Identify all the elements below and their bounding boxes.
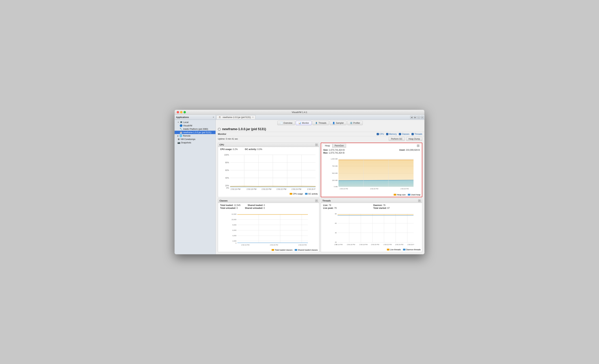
svg-text:100%: 100% <box>224 154 229 156</box>
svg-text:500 MB: 500 MB <box>332 172 338 174</box>
uptime-label: Uptime: <box>218 138 225 140</box>
folder-icon-snapshots: 📷 <box>177 141 180 144</box>
daemon-threads-legend-color <box>403 249 405 250</box>
minimize-button[interactable] <box>180 111 183 113</box>
svg-text:60: 60 <box>335 222 337 224</box>
cpu-panel-stats: CPU usage: 0.2% GC activity: 0.0% <box>218 147 319 152</box>
svg-text:1,000 MB: 1,000 MB <box>331 158 338 160</box>
classes-panel-close[interactable]: ✕ <box>315 200 318 202</box>
threads-legend-live: Live threads <box>387 249 401 251</box>
threads-chart-legend: Live threads Daemon threads <box>321 248 422 251</box>
tab-close-btn[interactable]: ✕ <box>252 116 254 118</box>
checkbox-cpu[interactable]: ✓ CPU <box>377 133 384 135</box>
tab-overview[interactable]: 📄 Overview <box>277 121 295 125</box>
window-title: VisualVM 1.4.1 <box>292 111 307 114</box>
shared-loaded-value: 0 <box>264 204 265 206</box>
cpu-usage-stat: CPU usage: 0.2% <box>220 148 238 151</box>
classes-stats-row2: Total unloaded: 0 Shared unloaded: 0 <box>220 207 317 209</box>
total-started-value: 87 <box>387 207 389 209</box>
memory-panel: Heap PermGen ✕ Size: 1,073,741,824 B <box>321 143 422 197</box>
svg-text:2:50:24 PM: 2:50:24 PM <box>291 188 301 190</box>
threads-chart-area: 80 60 40 20 0 <box>321 210 422 248</box>
live-value: 79 <box>329 204 331 206</box>
shared-classes-legend-color <box>295 249 297 251</box>
memory-tab-permgen[interactable]: PermGen <box>332 144 346 148</box>
main-tab[interactable]: ☕ newframe-1.0.0.jar (pid 5131) ✕ <box>216 115 255 119</box>
tab-threads[interactable]: 🧵 Threads <box>312 121 329 125</box>
gc-legend-color <box>305 193 308 195</box>
memory-chart: 1,000 MB 750 MB 500 MB 250 MB 0 MB 2:50:… <box>323 156 421 192</box>
main-window: VisualVM 1.4.1 Applications ✕ ▼ 💻 Local … <box>174 110 425 254</box>
folder-icon-vmcoredumps: 🖥 <box>177 138 180 141</box>
close-button[interactable] <box>177 111 179 113</box>
sidebar-item-visualvm[interactable]: 🔵 VisualVM <box>175 124 216 127</box>
threads-checkbox-icon[interactable]: ✓ <box>412 133 414 135</box>
daemon-label: Daemon: <box>373 204 382 206</box>
uptime-bar: Uptime: 0 min 41 sec Perform GC Heap Dum… <box>216 136 424 142</box>
svg-text:2:50:26 P: 2:50:26 P <box>307 188 315 190</box>
memory-used-stat: Used: 233,099,928 B <box>399 149 420 151</box>
threads-panel-close[interactable]: ✕ <box>418 200 421 202</box>
sidebar-label-local: Local <box>183 121 189 124</box>
tab-sampler[interactable]: 👤 Sampler <box>330 121 346 125</box>
shared-loaded-stat: Shared loaded: 0 <box>248 204 265 206</box>
cpu-chart: 100% 80% 60% 40% 20% 0% <box>220 153 318 191</box>
threads-label: Threads <box>318 122 326 124</box>
live-threads-legend-label: Live threads <box>390 249 401 251</box>
svg-text:2:50:18 PM: 2:50:18 PM <box>247 188 256 190</box>
memory-panel-close[interactable]: ✕ <box>417 144 419 147</box>
svg-text:2:50:22 PM: 2:50:22 PM <box>383 244 392 246</box>
classes-panel-stats: Total loaded: 12,545 Shared loaded: 0 <box>218 203 319 211</box>
tree-arrow-local: ▼ <box>177 121 179 123</box>
sidebar-item-remote[interactable]: ▶ 🌐 Remote <box>175 134 216 137</box>
svg-text:10,000: 10,000 <box>231 219 237 221</box>
win-btn-3[interactable]: □ <box>417 116 420 119</box>
app-header: newframe-1.0.0.jar (pid 5131) <box>216 126 424 132</box>
classes-legend-total: Total loaded classes <box>272 249 292 251</box>
uptime-value: 0 min 41 sec <box>226 138 238 140</box>
threads-checkbox-label: Threads <box>414 133 422 135</box>
perform-gc-button[interactable]: Perform GC <box>389 137 405 141</box>
cpu-checkbox-icon[interactable]: ✓ <box>377 133 379 135</box>
heap-dump-button[interactable]: Heap Dump <box>406 137 422 141</box>
live-label: Live: <box>323 204 328 206</box>
live-threads-stat: Live: 79 <box>323 204 370 206</box>
total-loaded-value: 12,545 <box>234 204 240 206</box>
memory-checkbox-icon[interactable]: ✓ <box>386 133 388 135</box>
cpu-panel: CPU ✕ CPU usage: 0.2% GC activity: <box>218 143 319 197</box>
win-btn-2[interactable]: ▶ <box>414 116 416 119</box>
classes-panel-header: Classes ✕ <box>218 199 319 203</box>
gc-activity-label: GC activity: <box>245 148 257 151</box>
sidebar-item-intellij[interactable]: 🔧 IntelliJ Platform (pid 2080) <box>175 127 216 131</box>
cpu-chart-area: 100% 80% 60% 40% 20% 0% <box>218 152 319 192</box>
maximize-button[interactable] <box>184 111 186 113</box>
memory-size-value: 1,073,741,824 B <box>329 149 344 151</box>
tab-monitor[interactable]: 📊 Monitor <box>296 121 312 125</box>
panels-grid: CPU ✕ CPU usage: 0.2% GC activity: <box>216 142 424 254</box>
monitor-bar: Monitor ✓ CPU ✓ Memory ✓ Classes <box>216 132 424 136</box>
tab-icon: ☕ <box>218 116 221 118</box>
memory-tab-heap[interactable]: Heap <box>323 144 332 148</box>
sidebar-close-btn[interactable]: ✕ <box>213 116 214 118</box>
svg-text:2:50:16 PM: 2:50:16 PM <box>347 244 355 246</box>
svg-text:40: 40 <box>335 232 337 234</box>
folder-icon-remote: 🌐 <box>179 134 182 137</box>
sidebar-content: ▼ 💻 Local 🔵 VisualVM 🔧 IntelliJ Platform… <box>175 120 216 254</box>
win-btn-1[interactable]: ◀ <box>410 116 413 119</box>
sidebar-item-vmcoredumps[interactable]: 🖥 VM Coredumps <box>175 137 216 141</box>
win-btn-4[interactable]: ✕ <box>421 116 424 119</box>
svg-text:2:50:22 PM: 2:50:22 PM <box>276 188 286 190</box>
cpu-panel-close[interactable]: ✕ <box>315 143 318 146</box>
sidebar-item-snapshots[interactable]: 📷 Snapshots <box>175 141 216 144</box>
checkbox-classes[interactable]: ✓ Classes <box>399 133 409 135</box>
classes-checkbox-icon[interactable]: ✓ <box>399 133 401 135</box>
sidebar-item-local[interactable]: ▼ 💻 Local <box>175 121 216 124</box>
sidebar-item-newframe[interactable]: ☕ newframe-1.0.0.jar (pid 5131) <box>175 131 216 134</box>
memory-max-stat: Max: 1,073,741,824 B <box>323 152 344 154</box>
folder-icon-local: 💻 <box>180 121 183 124</box>
classes-panel-title: Classes <box>220 200 228 202</box>
checkbox-threads[interactable]: ✓ Threads <box>412 133 422 135</box>
tab-profiler[interactable]: ⚙️ Profiler <box>347 121 363 125</box>
checkbox-memory[interactable]: ✓ Memory <box>386 133 397 135</box>
daemon-threads-legend-label: Daemon threads <box>406 249 421 251</box>
